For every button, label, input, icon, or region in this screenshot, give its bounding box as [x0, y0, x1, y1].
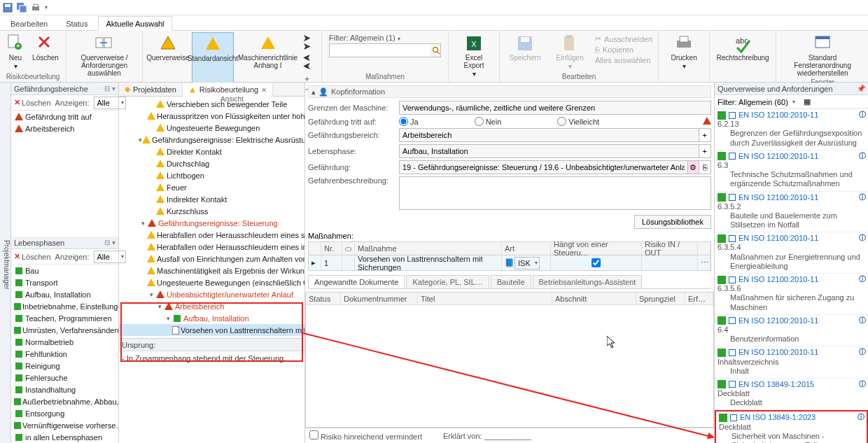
hazard-tree[interactable]: Verschieben sich bewegender TeileHerauss…	[119, 97, 304, 338]
subtab-category[interactable]: Kategorie, PL, SIL…	[406, 275, 489, 288]
reference-item[interactable]: EN ISO 13849-1:2023DeckblattSicherheit v…	[715, 410, 868, 443]
subtab-docs[interactable]: Angewandte Dokumente	[308, 275, 405, 288]
lp-item[interactable]: Fehlersuche	[11, 372, 118, 384]
tree-node[interactable]: Vorsehen von Lasttrennschaltern mit Sich…	[119, 324, 304, 336]
tab-aktuelle-auswahl[interactable]: Aktuelle Auswahl	[98, 16, 172, 31]
tree-node[interactable]: Indirekter Kontakt	[119, 193, 304, 205]
lp-item[interactable]: Vernünftigerweise vorherse…	[11, 419, 118, 431]
tree-node[interactable]: Herabfallen oder Herausschleudern eines …	[119, 229, 304, 241]
tree-node[interactable]: Herausspritzen von Flüssigkeiten unter h…	[119, 110, 304, 122]
hazard-field[interactable]	[399, 160, 688, 174]
tree-node[interactable]: ▾Gefährdungsereignisse: Elektrische Ausr…	[119, 134, 304, 146]
depends-checkbox[interactable]	[592, 258, 601, 267]
tree-node[interactable]: Lichtbogen	[119, 169, 304, 181]
subtab-manual[interactable]: Betriebsanleitungs-Assistent	[533, 275, 643, 288]
radio-maybe[interactable]: Vielleicht	[557, 117, 599, 126]
phase-field[interactable]	[399, 144, 699, 158]
lp-item[interactable]: Reinigung	[11, 360, 118, 372]
tree-node[interactable]: Feuer	[119, 181, 304, 193]
tree-node[interactable]: Durchschlag	[119, 157, 304, 169]
lp-item[interactable]: Umrüsten, Verfahrensänderung	[11, 324, 118, 336]
reference-list[interactable]: EN ISO 12100:2010-116.2.13Begrenzen der …	[715, 109, 868, 443]
saveall-icon[interactable]	[17, 3, 27, 13]
tree-node[interactable]: ▾Unbeabsichtigter/unerwarteter Anlauf	[119, 288, 304, 300]
tree-node[interactable]: ▾Gefährdungsereignisse: Steuerung	[119, 217, 304, 229]
tree-node[interactable]: Herabfallen oder Herausschleudern eines …	[119, 241, 304, 253]
reference-item[interactable]: EN ISO 12100:2010-116.3.5.4Maßnahmen zur…	[715, 232, 868, 274]
spell-button[interactable]: abcRechtschreibung	[714, 32, 771, 63]
radio-no[interactable]: Nein	[475, 117, 502, 126]
expand-icon[interactable]: ⮞ ⮞	[302, 34, 317, 52]
lp-item[interactable]: Instandhaltung	[11, 384, 118, 395]
limits-field[interactable]	[399, 101, 711, 115]
lp-item[interactable]: Entsorgung	[11, 407, 118, 419]
new-button[interactable]: +Neu▾	[4, 32, 27, 71]
print-button[interactable]: Drucken▾	[663, 32, 705, 71]
winrestore-button[interactable]: Standard Fensteranordnung wiederherstell…	[780, 32, 864, 78]
lp-item[interactable]: Normalbetrieb	[11, 336, 118, 348]
search-box[interactable]	[329, 43, 441, 57]
subtab-parts[interactable]: Bauteile	[491, 275, 531, 288]
docs-grid[interactable]: Status Dokumentnummer Titel Abschnitt Sp…	[305, 293, 714, 428]
gb-item[interactable]: Arbeitsbereich	[11, 122, 118, 134]
print-icon[interactable]	[31, 3, 41, 13]
hazard-btn1[interactable]: ⚙	[688, 160, 700, 174]
tree-node[interactable]: Maschinentätigkeit als Ergebnis der Wirk…	[119, 265, 304, 276]
radio-yes[interactable]: Ja	[399, 117, 419, 126]
art-dropdown[interactable]: ISK	[514, 257, 540, 269]
tree-node[interactable]: Ungesteuerte Bewegungen	[119, 122, 304, 134]
measures-grid-row[interactable]: ▸ 1 Vorsehen von Lasttrennschaltern mit …	[308, 255, 711, 271]
reference-item[interactable]: EN ISO 12100:2010-116.3.5.2Bauteile und …	[715, 192, 868, 233]
right-filter-label[interactable]: Filter: Allgemein (60)	[718, 98, 788, 106]
tab-status[interactable]: Status	[58, 16, 95, 30]
tab-bearbeiten[interactable]: Bearbeiten	[3, 16, 55, 30]
tree-node[interactable]: ▾Aufbau, Installation	[119, 312, 304, 324]
projektmanager-tab[interactable]: Projektmanager	[0, 83, 11, 443]
lp-delete-button[interactable]: ✕Löschen	[14, 252, 51, 261]
lp-item[interactable]: Inbetriebnahme, Einstellungen	[11, 300, 118, 312]
reference-item[interactable]: EN ISO 12100:2010-11InhaltsverzeichnisIn…	[715, 346, 868, 379]
doctab-risikobeurteilung[interactable]: Risikobeurteilung✕	[183, 83, 273, 97]
tree-node[interactable]: ▾Arbeitsbereich	[119, 300, 304, 312]
tile-icon[interactable]: ▦	[804, 97, 811, 106]
lp-item[interactable]: Transport	[11, 276, 118, 288]
doctab-projektdaten[interactable]: ◆Projektdaten	[119, 83, 183, 96]
lp-item[interactable]: Teachen, Programmieren	[11, 312, 118, 324]
tree-node[interactable]: Ungesteuerte Bewegungen (einschließlich …	[119, 276, 304, 288]
lp-item[interactable]: Fehlfunktion	[11, 348, 118, 360]
gb-item[interactable]: Gefährdung tritt auf	[11, 111, 118, 122]
area-field[interactable]	[399, 128, 699, 142]
hazard-btn2[interactable]: ⎘	[699, 160, 711, 174]
close-tab-icon[interactable]: ✕	[261, 86, 267, 94]
reference-item[interactable]: EN ISO 13849-1:2015DeckblattDeckblattⓘ	[715, 379, 868, 411]
tree-node[interactable]: Ausfall von Einrichtungen zum Anhalten v…	[119, 253, 304, 265]
lp-item[interactable]: Aufbau, Installation	[11, 288, 118, 300]
desc-textarea[interactable]	[399, 176, 711, 210]
collapse-icon[interactable]: ▴	[312, 87, 316, 97]
reference-item[interactable]: EN ISO 12100:2010-116.3Technische Schutz…	[715, 150, 868, 192]
tree-node[interactable]: Direkter Kontakt	[119, 146, 304, 157]
search-icon[interactable]	[430, 44, 440, 57]
lp-item[interactable]: in allen Lebensphasen	[11, 431, 118, 443]
reference-item[interactable]: EN ISO 12100:2010-116.3.5.6Maßnahmen für…	[715, 274, 868, 315]
delete-button[interactable]: Löschen	[29, 32, 62, 71]
lp-item[interactable]: Außerbetriebnahme, Abbau, …	[11, 395, 118, 407]
phase-add-button[interactable]: +	[699, 144, 711, 158]
lp-item[interactable]: Bau	[11, 265, 118, 276]
excel-button[interactable]: XExcel Export▾	[453, 32, 495, 79]
pin-icon[interactable]: ⊟ ▾	[104, 239, 115, 246]
collapse-icon[interactable]: ⮜ ⮜	[302, 53, 317, 71]
tree-node[interactable]: Verschieben sich bewegender Teile	[119, 98, 304, 110]
solution-lib-button[interactable]: Lösungsbibliothek	[634, 215, 711, 229]
save-icon[interactable]	[3, 3, 13, 13]
qat-dropdown-icon[interactable]: ▾	[45, 4, 48, 10]
risk-reduced-checkbox[interactable]: Risiko hinreichend vermindert	[309, 430, 422, 441]
tree-node[interactable]: Kurzschluss	[119, 205, 304, 217]
reference-item[interactable]: EN ISO 12100:2010-116.2.13Begrenzen der …	[715, 109, 868, 150]
pin-icon[interactable]: 📌	[857, 85, 865, 92]
search-input[interactable]	[330, 44, 430, 57]
qref-select-button[interactable]: Querverweise / Anforderungen auswählen	[71, 32, 138, 78]
gb-delete-button[interactable]: ✕Löschen	[14, 98, 51, 107]
reference-item[interactable]: EN ISO 12100:2010-116.4Benutzerinformati…	[715, 315, 868, 347]
area-add-button[interactable]: +	[699, 128, 711, 142]
